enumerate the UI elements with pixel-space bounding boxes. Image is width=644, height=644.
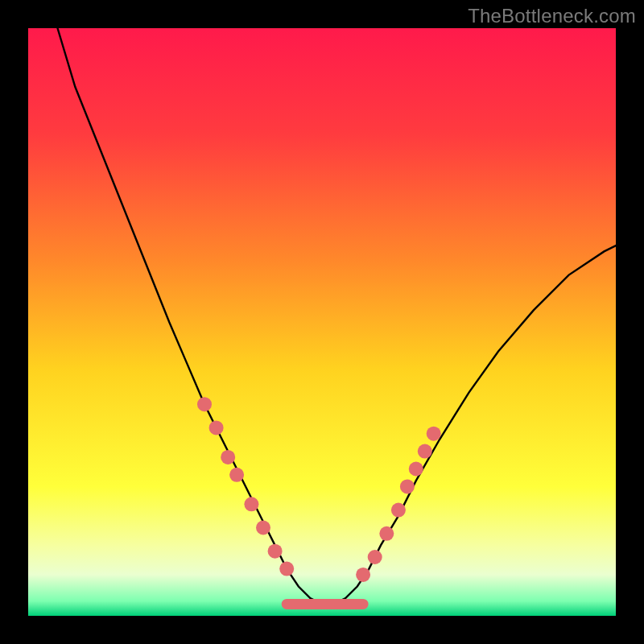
marker-dot <box>229 468 244 482</box>
marker-dot <box>244 497 258 511</box>
marker-dot <box>409 462 423 477</box>
marker-dot <box>256 521 270 535</box>
watermark-text: TheBottleneck.com <box>468 5 636 27</box>
marker-dot <box>400 479 415 493</box>
marker-dot <box>391 503 406 518</box>
chart-frame: TheBottleneck.com <box>0 0 644 644</box>
marker-dot <box>356 568 370 582</box>
marker-dot <box>279 562 294 576</box>
bottleneck-curve <box>58 28 617 604</box>
marker-dot <box>427 427 441 441</box>
marker-dot <box>197 397 212 411</box>
marker-dot <box>268 544 283 559</box>
marker-dot <box>418 444 432 459</box>
marker-dot <box>209 420 224 435</box>
chart-svg <box>28 28 616 616</box>
marker-dot <box>368 550 382 564</box>
marker-group <box>197 397 441 582</box>
marker-dot <box>221 450 235 464</box>
marker-dot <box>379 526 394 541</box>
